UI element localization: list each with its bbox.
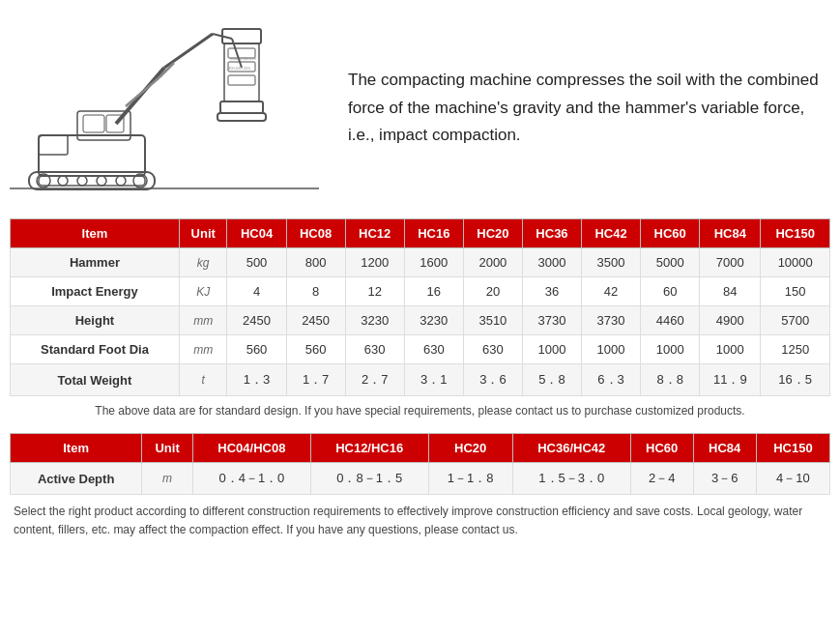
table-cell: 1000 — [582, 335, 641, 364]
table-cell: 4900 — [700, 306, 761, 335]
table-cell: 8 — [286, 277, 345, 306]
table1-header-cell: HC04 — [227, 219, 286, 248]
table-cell: 3230 — [345, 306, 404, 335]
svg-rect-24 — [217, 113, 266, 121]
top-section: www.lv-hd.com 400-020-333 The compacting… — [10, 10, 830, 207]
table2-header-cell: HC12/HC16 — [310, 434, 428, 463]
table-cell: 2450 — [286, 306, 345, 335]
table-cell: 3510 — [463, 306, 522, 335]
table-cell: 3．6 — [463, 364, 522, 396]
description-text: The compacting machine compresses the so… — [338, 67, 830, 151]
table-row: Active Depthm0．4－1．00．8－1．51－1．81．5－3．02… — [11, 463, 830, 495]
table-cell: 84 — [700, 277, 761, 306]
svg-text:www.lv-hd.com: www.lv-hd.com — [230, 56, 257, 61]
table-cell: 4460 — [641, 306, 700, 335]
table2-header-cell: Unit — [142, 434, 193, 463]
table-cell: 12 — [345, 277, 404, 306]
table2-header-cell: HC04/HC08 — [193, 434, 311, 463]
table2-header-cell: HC60 — [630, 434, 693, 463]
table-cell: 630 — [404, 335, 463, 364]
table-cell: 5．8 — [522, 364, 581, 396]
svg-text:400-020-333: 400-020-333 — [228, 66, 250, 71]
table-cell: 1000 — [522, 335, 581, 364]
table-cell: 1600 — [404, 248, 463, 277]
svg-rect-13 — [39, 135, 68, 155]
table1-header-cell: HC12 — [345, 219, 404, 248]
svg-rect-23 — [220, 101, 263, 113]
table-cell: 1200 — [345, 248, 404, 277]
table-cell: 1－1．8 — [428, 463, 512, 495]
table1-header-cell: HC84 — [700, 219, 761, 248]
table-cell: t — [179, 364, 227, 396]
table-cell: Active Depth — [11, 463, 142, 495]
table-cell: mm — [179, 306, 227, 335]
table-cell: 36 — [522, 277, 581, 306]
svg-rect-9 — [39, 135, 145, 176]
table1-header-cell: HC08 — [286, 219, 345, 248]
table-cell: 800 — [286, 248, 345, 277]
svg-line-14 — [116, 68, 164, 124]
table-cell: 4 — [227, 277, 286, 306]
table-row: Standard Foot Diamm560560630630630100010… — [11, 335, 830, 364]
table1-body: Hammerkg50080012001600200030003500500070… — [11, 248, 830, 396]
table-cell: 3230 — [404, 306, 463, 335]
table2-header-row: ItemUnitHC04/HC08HC12/HC16HC20HC36/HC42H… — [11, 434, 830, 463]
table-row: Hammerkg50080012001600200030003500500070… — [11, 248, 830, 277]
main-specs-table: ItemUnitHC04HC08HC12HC16HC20HC36HC42HC60… — [10, 218, 830, 396]
table-cell: 10000 — [761, 248, 830, 277]
table-cell: 5000 — [641, 248, 700, 277]
svg-line-27 — [126, 77, 159, 106]
svg-point-5 — [77, 176, 87, 186]
table-cell: 2．7 — [345, 364, 404, 396]
table-row: Heightmm24502450323032303510373037304460… — [11, 306, 830, 335]
svg-point-7 — [116, 176, 126, 186]
svg-rect-11 — [83, 115, 104, 132]
table-cell: kg — [179, 248, 227, 277]
table-cell: 7000 — [700, 248, 761, 277]
svg-rect-2 — [39, 176, 145, 186]
table-cell: 1．5－3．0 — [512, 463, 630, 495]
table1-header-cell: HC150 — [761, 219, 830, 248]
svg-line-15 — [164, 34, 213, 68]
table-cell: Total Weight — [11, 364, 180, 396]
table-cell: 2000 — [463, 248, 522, 277]
table-cell: 20 — [463, 277, 522, 306]
table-cell: 1．7 — [286, 364, 345, 396]
table-row: Total Weightt1．31．72．73．13．65．86．38．811．… — [11, 364, 830, 396]
table1-header-cell: HC60 — [641, 219, 700, 248]
table-cell: 560 — [286, 335, 345, 364]
table-cell: mm — [179, 335, 227, 364]
table2-header-cell: HC84 — [693, 434, 756, 463]
table-cell: 3－6 — [693, 463, 756, 495]
table-cell: Standard Foot Dia — [11, 335, 180, 364]
svg-point-6 — [97, 176, 106, 186]
table1-header-cell: HC36 — [522, 219, 581, 248]
table1-header-cell: Unit — [179, 219, 227, 248]
table-cell: 60 — [641, 277, 700, 306]
table-cell: 16．5 — [761, 364, 830, 396]
table-cell: 1．3 — [227, 364, 286, 396]
table2-header-cell: HC150 — [756, 434, 829, 463]
table-cell: 1250 — [761, 335, 830, 364]
table-cell: 3000 — [522, 248, 581, 277]
excavator-svg: www.lv-hd.com 400-020-333 — [10, 10, 319, 203]
table1-header-cell: HC20 — [463, 219, 522, 248]
table-cell: 500 — [227, 248, 286, 277]
table-cell: 5700 — [761, 306, 830, 335]
table-cell: 1000 — [700, 335, 761, 364]
table-cell: 11．9 — [700, 364, 761, 396]
table-cell: 3500 — [582, 248, 641, 277]
table2-header-cell: HC36/HC42 — [512, 434, 630, 463]
table-cell: KJ — [179, 277, 227, 306]
table-row: Impact EnergyKJ4812162036426084150 — [11, 277, 830, 306]
table-cell: 4－10 — [756, 463, 829, 495]
table1-header-cell: HC16 — [404, 219, 463, 248]
machine-image: www.lv-hd.com 400-020-333 — [10, 10, 338, 207]
depth-table-wrapper: ItemUnitHC04/HC08HC12/HC16HC20HC36/HC42H… — [10, 433, 830, 495]
table-cell: 0．4－1．0 — [193, 463, 311, 495]
svg-rect-19 — [224, 43, 259, 101]
svg-point-4 — [58, 176, 68, 186]
table-cell: Hammer — [11, 248, 180, 277]
svg-rect-22 — [228, 75, 255, 85]
table2-header-cell: HC20 — [428, 434, 512, 463]
